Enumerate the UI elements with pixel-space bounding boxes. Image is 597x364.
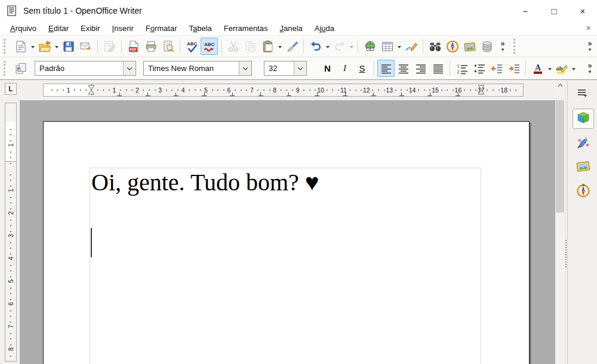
bullet-list-button[interactable] xyxy=(470,60,488,77)
menu-ferramentas[interactable]: Ferramentas xyxy=(218,22,274,35)
close-document-icon[interactable]: × xyxy=(586,23,591,32)
menu-inserir[interactable]: Inserir xyxy=(106,22,140,35)
copy-button xyxy=(242,38,259,55)
menu-tabela[interactable]: Tabela xyxy=(183,22,217,35)
ruler-number: 13 xyxy=(386,84,393,96)
new-document-button-dropdown-icon[interactable] xyxy=(29,38,36,54)
draw-functions-button[interactable] xyxy=(402,38,420,55)
menu-formatar[interactable]: Formatar xyxy=(140,22,183,35)
align-center-button[interactable] xyxy=(395,60,412,77)
ruler-number: 8 xyxy=(273,84,276,96)
align-justify-button[interactable] xyxy=(429,60,447,77)
insert-table-button-dropdown-icon[interactable] xyxy=(396,38,402,54)
numbered-list-button[interactable]: 12 xyxy=(453,60,470,77)
autospellcheck-button[interactable]: ABC xyxy=(201,38,218,55)
toolbar-grip[interactable] xyxy=(4,39,9,54)
sidebar-deck-gallery[interactable] xyxy=(573,156,594,177)
paste-button[interactable] xyxy=(259,38,276,55)
close-button[interactable]: × xyxy=(568,0,597,21)
sidebar-deck-styles[interactable] xyxy=(573,132,594,153)
align-right-button[interactable] xyxy=(412,60,429,77)
font-color-button[interactable]: A xyxy=(529,60,546,77)
default-tab-stop-mark xyxy=(371,92,376,96)
scrollbar-thumb[interactable] xyxy=(556,100,564,212)
toolbar-separator xyxy=(450,61,450,76)
sidebar-deck-navigator[interactable]: N xyxy=(573,180,594,200)
ruler-number: 15 xyxy=(432,84,439,96)
menu-ajuda[interactable]: Ajuda xyxy=(309,22,340,35)
italic-button[interactable]: I xyxy=(336,60,353,77)
menu-arquivo[interactable]: Arquivo xyxy=(4,22,42,35)
toolbar-grip[interactable] xyxy=(4,61,9,76)
open-button[interactable] xyxy=(36,38,53,55)
ruler-number: 12 xyxy=(363,84,370,96)
combo-dropdown-icon[interactable] xyxy=(239,61,251,75)
toolbar-separator xyxy=(121,39,122,54)
menu-janela[interactable]: Janela xyxy=(273,22,308,35)
export-pdf-button[interactable]: PDF xyxy=(125,38,142,55)
styles-and-formatting-button[interactable] xyxy=(12,60,29,77)
indent-marker-left[interactable] xyxy=(88,85,95,97)
window-title: Sem título 1 - OpenOffice Writer xyxy=(23,6,142,16)
spellcheck-button[interactable]: ABC xyxy=(183,38,201,55)
minimize-button[interactable]: − xyxy=(511,0,540,21)
menu-exibir[interactable]: Exibir xyxy=(75,22,106,35)
document-page[interactable]: Oi, gente. Tudo bom? ♥ xyxy=(43,121,530,364)
toolbar-grip[interactable] xyxy=(513,39,519,54)
standard-toolbar: PDFABCABC » ▼ » ▼ xyxy=(0,36,597,57)
vertical-ruler[interactable]: 112345678 xyxy=(5,103,17,362)
horizontal-ruler[interactable]: 1123456789101112131415161718 xyxy=(43,84,524,97)
toolbar-overflow-button[interactable]: » ▼ xyxy=(498,38,507,55)
undo-button-dropdown-icon[interactable] xyxy=(324,38,331,54)
paste-button-dropdown-icon[interactable] xyxy=(276,38,283,54)
toolbar-overflow-button-2[interactable]: » ▼ xyxy=(585,38,595,55)
clone-formatting-button[interactable] xyxy=(283,38,300,55)
highlight-color-button-dropdown-icon[interactable] xyxy=(570,60,577,76)
indent-marker-right[interactable] xyxy=(478,85,485,97)
font-size-combo[interactable]: 32 xyxy=(264,61,307,76)
combo-dropdown-icon[interactable] xyxy=(294,61,306,75)
highlight-color-button[interactable]: ab xyxy=(553,60,570,77)
font-color-button-dropdown-icon[interactable] xyxy=(546,60,553,76)
navigator-button[interactable] xyxy=(444,38,461,55)
print-button[interactable] xyxy=(142,38,159,55)
scroll-up-button[interactable] xyxy=(555,80,565,91)
bold-button[interactable]: N xyxy=(319,60,336,77)
default-tab-stop-mark xyxy=(146,92,150,96)
ruler-number: 7 xyxy=(7,321,14,332)
ruler-number: 5 xyxy=(7,276,14,286)
sidebar-settings-button[interactable] xyxy=(575,87,590,99)
increase-indent-button[interactable] xyxy=(505,60,522,77)
maximize-button[interactable]: □ xyxy=(540,0,568,21)
new-document-button[interactable] xyxy=(12,38,29,55)
decrease-indent-button[interactable] xyxy=(488,60,505,77)
combo-dropdown-icon[interactable] xyxy=(123,61,136,75)
toolbar-overflow-button[interactable]: » ▼ xyxy=(585,60,595,78)
default-tab-stop-mark xyxy=(174,92,179,96)
cut-button xyxy=(224,38,242,55)
openoffice-writer-window: Sem título 1 - OpenOffice Writer − □ × A… xyxy=(0,0,597,364)
page-preview-button[interactable] xyxy=(159,38,177,55)
paragraph-style-combo[interactable]: Padrão xyxy=(35,61,136,76)
email-document-button[interactable] xyxy=(77,38,94,55)
font-name-combo[interactable]: Times New Roman xyxy=(143,61,252,76)
tab-stop-type-selector[interactable]: L xyxy=(5,83,17,95)
gallery-button[interactable] xyxy=(461,38,478,55)
formatting-toolbar: Padrão Times New Roman 32 NIS12Aab » ▼ xyxy=(0,57,597,80)
undo-button[interactable] xyxy=(307,38,324,55)
sidebar-deck-properties[interactable] xyxy=(573,109,594,129)
find-replace-button[interactable] xyxy=(426,38,444,55)
hyperlink-button[interactable] xyxy=(361,38,378,55)
insert-table-button[interactable] xyxy=(378,38,396,55)
open-button-dropdown-icon[interactable] xyxy=(53,38,60,54)
save-button[interactable] xyxy=(60,38,77,55)
menu-editar[interactable]: Editar xyxy=(42,22,75,35)
align-left-button[interactable] xyxy=(377,60,395,77)
document-text[interactable]: Oi, gente. Tudo bom? ♥ xyxy=(91,168,319,197)
default-tab-stop-mark xyxy=(399,92,404,96)
ruler-number: 2 xyxy=(136,84,139,96)
underline-button[interactable]: S xyxy=(353,60,371,77)
vertical-scrollbar[interactable] xyxy=(555,80,565,364)
toolbar-separator xyxy=(180,39,180,54)
data-sources-button[interactable] xyxy=(478,38,496,55)
